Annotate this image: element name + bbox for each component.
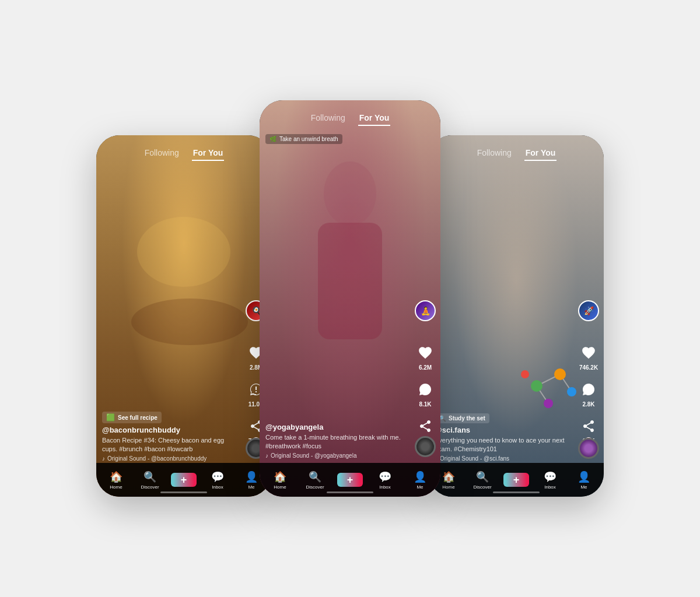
comment-count-center: 8.1K [419, 401, 431, 408]
music-disc-right [578, 438, 599, 459]
breathe-icon: 🌿 [270, 136, 276, 142]
like-count-center: 6.2M [419, 364, 432, 371]
svg-point-10 [544, 399, 553, 408]
svg-rect-3 [318, 223, 382, 339]
following-tab-right[interactable]: Following [476, 146, 513, 161]
home-indicator-left [160, 491, 207, 493]
me-label-center: Me [416, 484, 423, 490]
foryou-tab-center[interactable]: For You [358, 111, 391, 126]
inbox-icon-left: 💬 [211, 470, 224, 483]
svg-point-2 [324, 161, 376, 226]
plus-button-left[interactable]: + [173, 473, 194, 487]
breathe-banner[interactable]: 🌿 Take an unwind breath [265, 134, 342, 144]
svg-point-0 [137, 217, 230, 287]
study-label: Study the set [449, 415, 485, 422]
following-tab-left[interactable]: Following [144, 146, 180, 161]
nav-home-left[interactable]: 🏠 Home [104, 470, 128, 490]
profile-icon-right: 👤 [578, 470, 590, 483]
discover-label-center: Discover [306, 484, 324, 490]
nav-discover-center[interactable]: 🔍 Discover [303, 470, 327, 490]
search-icon-right: 🔍 [476, 470, 489, 483]
nav-inbox-right[interactable]: 💬 Inbox [538, 470, 562, 490]
phone-left: Following For You 🟩 See full recipe 🍳 + [96, 135, 271, 497]
phone-left-screen: Following For You 🟩 See full recipe 🍳 + [96, 135, 271, 497]
search-icon-center: 🔍 [309, 470, 321, 483]
nav-me-right[interactable]: 👤 Me [572, 470, 596, 490]
bottom-info-center: @yogabyangela Come take a 1-minute breat… [265, 423, 408, 459]
like-action-right[interactable]: 746.2K [578, 342, 599, 371]
plus-button-right[interactable]: + [506, 473, 527, 487]
nav-inbox-center[interactable]: 💬 Inbox [373, 470, 397, 490]
home-icon-left: 🏠 [110, 470, 123, 483]
home-label-center: Home [274, 484, 286, 490]
comment-icon-right [578, 379, 599, 400]
phone-right-screen: Following For You 🔍 Study the set 🚀 + [429, 135, 604, 497]
music-note-left: ♪ [102, 455, 105, 462]
sound-center: ♪ Original Sound - @yogabyangela [265, 452, 408, 459]
nav-plus-right[interactable]: + [505, 473, 528, 487]
music-note-center: ♪ [265, 452, 268, 459]
recipe-label: See full recipe [118, 415, 158, 421]
nav-home-center[interactable]: 🏠 Home [268, 470, 292, 490]
phone-center: Following For You 🌿 Take an unwind breat… [260, 100, 440, 497]
foryou-tab-left[interactable]: For You [192, 146, 225, 161]
avatar-container-center[interactable]: 🧘 + [415, 300, 436, 321]
description-left: Bacon Recipe #34: Cheesy bacon and egg c… [102, 436, 239, 453]
profile-icon-left: 👤 [245, 470, 258, 483]
nav-inbox-left[interactable]: 💬 Inbox [206, 470, 229, 490]
comment-action-center[interactable]: 8.1K [415, 379, 436, 408]
home-indicator-right [493, 491, 540, 493]
home-label-right: Home [442, 484, 454, 490]
bottom-info-left: @baconbrunchbuddy Bacon Recipe #34: Chee… [102, 426, 239, 462]
svg-point-1 [131, 298, 248, 345]
like-action-center[interactable]: 6.2M [415, 342, 436, 371]
nav-plus-center[interactable]: + [338, 473, 362, 487]
recipe-banner[interactable]: 🟩 See full recipe [102, 412, 162, 423]
side-actions-right: 🚀 + 746.2K 2.8K [578, 300, 599, 444]
comment-action-right[interactable]: 2.8K [578, 379, 599, 408]
phones-container: Following For You 🟩 See full recipe 🍳 + [85, 89, 615, 508]
username-left[interactable]: @baconbrunchbuddy [102, 426, 239, 434]
nav-plus-left[interactable]: + [172, 473, 195, 487]
study-banner[interactable]: 🔍 Study the set [435, 413, 489, 423]
like-count-right: 746.2K [579, 364, 598, 371]
following-tab-center[interactable]: Following [310, 111, 346, 126]
nav-home-right[interactable]: 🏠 Home [437, 470, 460, 490]
nav-discover-right[interactable]: 🔍 Discover [471, 470, 494, 490]
description-right: Everything you need to know to ace your … [435, 436, 572, 453]
profile-icon-center: 👤 [414, 470, 426, 483]
avatar-container-right[interactable]: 🚀 + [578, 300, 599, 321]
svg-point-7 [531, 380, 542, 392]
share-icon-center [415, 416, 436, 437]
avatar-center: 🧘 [415, 300, 436, 321]
phone-right: Following For You 🔍 Study the set 🚀 + [429, 135, 604, 497]
recipe-icon: 🟩 [106, 413, 115, 422]
inbox-icon-right: 💬 [544, 470, 556, 483]
sound-left: ♪ Original Sound - @baconbrunchbuddy [102, 455, 239, 462]
comment-count-right: 2.8K [582, 401, 594, 408]
top-nav-center: Following For You [260, 111, 440, 126]
inbox-label-right: Inbox [544, 484, 556, 490]
comment-icon-center [415, 379, 436, 400]
me-label-right: Me [580, 484, 587, 490]
share-icon-right [578, 416, 599, 437]
top-nav-left: Following For You [96, 146, 271, 161]
username-right[interactable]: @sci.fans [435, 426, 572, 434]
phone-center-screen: Following For You 🌿 Take an unwind breat… [260, 100, 440, 497]
music-disc-center [415, 436, 436, 457]
svg-point-11 [521, 370, 529, 378]
discover-label-left: Discover [141, 484, 159, 490]
nav-discover-left[interactable]: 🔍 Discover [138, 470, 162, 490]
search-icon-left: 🔍 [144, 470, 156, 483]
foryou-tab-right[interactable]: For You [524, 146, 557, 161]
breathe-label: Take an unwind breath [279, 136, 338, 142]
heart-icon-right [578, 342, 599, 363]
discover-label-right: Discover [473, 484, 491, 490]
home-indicator-center [327, 491, 373, 493]
top-nav-right: Following For You [429, 146, 604, 161]
username-center[interactable]: @yogabyangela [265, 423, 408, 431]
plus-button-center[interactable]: + [340, 473, 360, 487]
nav-me-center[interactable]: 👤 Me [408, 470, 432, 490]
svg-point-8 [554, 368, 566, 380]
sound-right: ♪ Original Sound - @sci.fans [435, 455, 572, 462]
